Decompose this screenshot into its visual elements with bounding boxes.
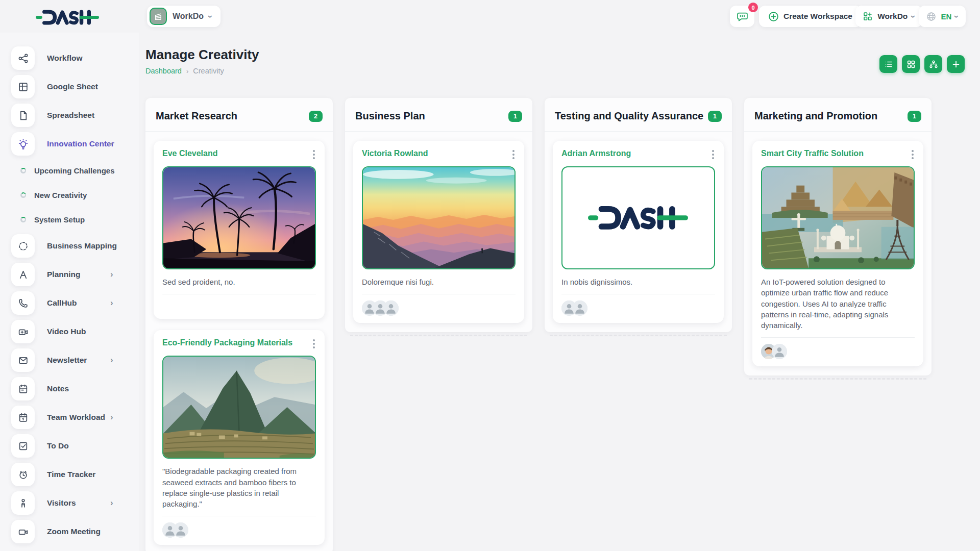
sidebar-item-label: Newsletter xyxy=(47,356,87,365)
sidebar-item-innovation-center[interactable]: Innovation Center › xyxy=(0,130,139,158)
task-card[interactable]: Victoria Rowland xyxy=(353,141,524,323)
card-title[interactable]: Eve Cleveland xyxy=(162,148,222,159)
card-title[interactable]: Victoria Rowland xyxy=(362,148,432,159)
sidebar-item-business-mapping[interactable]: Business Mapping xyxy=(0,232,139,260)
create-workspace-button[interactable]: Create Workspace xyxy=(759,6,862,27)
column-title: Marketing and Promotion xyxy=(754,110,877,122)
board-column-business-plan: Business Plan 1 Victoria Rowland xyxy=(345,98,532,332)
chevron-right-icon: › xyxy=(110,413,113,421)
assignee-avatar[interactable] xyxy=(572,300,587,316)
card-title[interactable]: Eco-Friendly Packaging Materials xyxy=(162,338,297,348)
card-title[interactable]: Adrian Armstrong xyxy=(561,148,635,159)
column-header: Market Research 2 xyxy=(145,98,333,132)
sidebar-item-label: Business Mapping xyxy=(47,241,117,251)
assignee-avatar[interactable] xyxy=(383,300,399,316)
apps-menu-label: WorkDo xyxy=(877,12,908,21)
sidebar-item-callhub[interactable]: CallHub › xyxy=(0,289,139,317)
breadcrumb: Dashboard › Creativity xyxy=(145,67,224,75)
column-header: Business Plan 1 xyxy=(345,98,532,132)
sidebar-item-system-setup[interactable]: System Setup xyxy=(0,207,139,232)
plus-circle-icon xyxy=(768,11,779,22)
apps-menu-button[interactable]: WorkDo › xyxy=(855,6,922,27)
progress-circle-icon xyxy=(20,192,26,198)
sidebar-item-label: Video Hub xyxy=(47,327,86,336)
card-description: Sed sed proident, no. xyxy=(162,277,316,287)
list-view-icon xyxy=(884,59,894,69)
card-menu-button[interactable] xyxy=(312,338,316,350)
messenger-button[interactable]: 0 xyxy=(730,6,754,27)
sidebar-item-upcoming-challenges[interactable]: Upcoming Challenges xyxy=(0,158,139,183)
sidebar-item-new-creativity[interactable]: New Creativity xyxy=(0,183,139,207)
assignee-avatar[interactable] xyxy=(772,344,787,359)
language-selector[interactable]: EN › xyxy=(919,6,966,27)
workspace-selector[interactable]: WorkDo › xyxy=(147,6,220,27)
workflow-icon xyxy=(11,46,35,70)
chevron-down-icon: › xyxy=(107,142,116,145)
topbar: WorkDo › 0 Create Workspace xyxy=(0,0,980,33)
task-card[interactable]: Adrian Armstrong In nobis dignissimos. xyxy=(553,141,724,323)
task-card[interactable]: Smart City Traffic Solution xyxy=(752,141,923,366)
dash-logo[interactable] xyxy=(36,9,99,26)
planning-icon xyxy=(11,263,35,286)
globe-icon xyxy=(926,11,937,22)
time-tracker-icon xyxy=(11,463,35,486)
task-card[interactable]: Eco-Friendly Packaging Materials xyxy=(154,330,325,545)
card-menu-button[interactable] xyxy=(312,148,316,161)
app-window: WorkDo › 0 Create Workspace xyxy=(0,0,980,551)
card-image-palm-sunset xyxy=(162,166,316,269)
sidebar-item-time-tracker[interactable]: Time Tracker xyxy=(0,460,139,489)
kanban-board: Market Research 2 Eve Cleveland xyxy=(145,98,932,551)
sidebar-item-label: Workflow xyxy=(47,54,82,63)
assignee-avatar[interactable] xyxy=(173,522,188,538)
sidebar-item-label: Notes xyxy=(47,384,69,393)
sidebar-item-newsletter[interactable]: Newsletter › xyxy=(0,346,139,374)
sidebar-item-zoom-meeting[interactable]: Zoom Meeting xyxy=(0,517,139,546)
chat-icon xyxy=(737,11,748,22)
sidebar-item-to-do[interactable]: To Do xyxy=(0,432,139,460)
sidebar-item-label: Planning xyxy=(47,270,80,279)
grid-view-icon xyxy=(906,59,916,69)
zoom-meeting-icon xyxy=(11,520,35,543)
sidebar: Workflow Google Sheet Spreadsheet xyxy=(0,33,139,551)
sidebar-subitem-label: System Setup xyxy=(34,215,85,224)
business-mapping-icon xyxy=(11,234,35,258)
language-label: EN xyxy=(941,12,951,21)
add-stage-button[interactable] xyxy=(947,55,965,73)
create-workspace-label: Create Workspace xyxy=(783,12,852,21)
google-sheet-icon xyxy=(11,75,35,98)
card-footer xyxy=(561,300,715,316)
add-icon xyxy=(951,59,961,69)
sidebar-item-visitors[interactable]: Visitors › xyxy=(0,489,139,517)
spreadsheet-icon xyxy=(11,104,35,127)
card-menu-button[interactable] xyxy=(511,148,516,161)
sidebar-item-spreadsheet[interactable]: Spreadsheet xyxy=(0,101,139,130)
breadcrumb-dashboard-link[interactable]: Dashboard xyxy=(145,67,182,75)
card-menu-button[interactable] xyxy=(911,148,915,161)
card-footer xyxy=(761,344,915,359)
column-count-badge: 1 xyxy=(708,111,722,122)
chevron-down-icon: › xyxy=(910,15,918,18)
card-description: An IoT-powered solution designed to opti… xyxy=(761,277,915,331)
hierarchy-view-button[interactable] xyxy=(924,55,942,73)
grid-view-button[interactable] xyxy=(902,55,920,73)
task-card[interactable]: Eve Cleveland xyxy=(154,141,325,319)
card-description: Doloremque nisi fugi. xyxy=(362,277,516,287)
workspace-name: WorkDo xyxy=(173,12,204,21)
sidebar-item-notes[interactable]: Notes xyxy=(0,374,139,403)
column-title: Testing and Quality Assurance xyxy=(555,110,703,122)
workspace-building-icon xyxy=(150,8,167,25)
list-view-button[interactable] xyxy=(879,55,897,73)
chevron-right-icon: › xyxy=(110,298,113,307)
card-menu-button[interactable] xyxy=(711,148,715,161)
chevron-right-icon: › xyxy=(110,356,113,364)
column-title: Business Plan xyxy=(355,110,425,122)
board-column-market-research: Market Research 2 Eve Cleveland xyxy=(145,98,333,551)
sidebar-item-team-workload[interactable]: Team Workload › xyxy=(0,403,139,432)
sidebar-item-workflow[interactable]: Workflow xyxy=(0,44,139,72)
sidebar-item-google-sheet[interactable]: Google Sheet xyxy=(0,72,139,101)
sidebar-item-planning[interactable]: Planning › xyxy=(0,260,139,289)
card-title[interactable]: Smart City Traffic Solution xyxy=(761,148,868,159)
sidebar-item-video-hub[interactable]: Video Hub xyxy=(0,317,139,346)
breadcrumb-current: Creativity xyxy=(193,67,224,75)
card-footer xyxy=(162,300,316,312)
